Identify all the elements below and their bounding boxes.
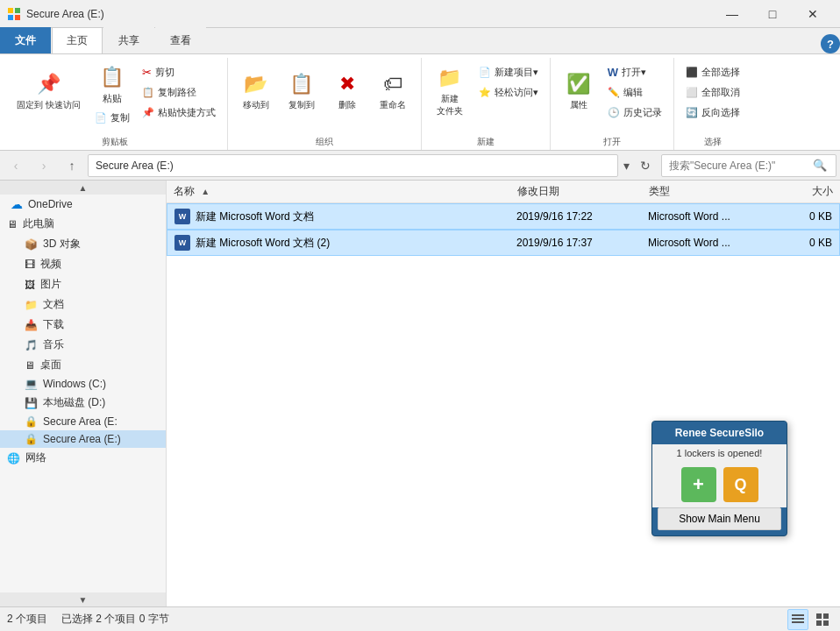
sidebar-item-local-d[interactable]: 💾 本地磁盘 (D:)	[0, 393, 166, 413]
svg-rect-6	[792, 621, 804, 623]
sidebar-item-network[interactable]: 🌐 网络	[0, 448, 166, 468]
open-content: ✅ 属性 W 打开▾ ✏️ 编辑 🕒 历史记录	[558, 58, 666, 134]
sidebar-item-music[interactable]: 🎵 音乐	[0, 335, 166, 355]
table-row[interactable]: W 新建 Microsoft Word 文档 (2) 2019/9/16 17:…	[167, 230, 840, 256]
properties-button[interactable]: ✅ 属性	[558, 61, 600, 123]
cloud-icon: ☁	[11, 197, 23, 211]
dropdown-icon[interactable]: ▾	[623, 159, 630, 173]
column-date[interactable]: 修改日期	[517, 184, 649, 199]
sidebar-item-label: Windows (C:)	[43, 378, 106, 390]
ribbon-tabs: 文件 主页 共享 查看 ?	[0, 28, 840, 54]
sidebar-scroll-up[interactable]: ▲	[0, 181, 166, 195]
sidebar: ▲ ☁ OneDrive 🖥 此电脑 📦 3D 对象 🎞 视频 🖼 图片 📁 文…	[0, 181, 167, 606]
search-icon: 🔍	[813, 159, 827, 172]
up-button[interactable]: ↑	[60, 153, 84, 178]
new-folder-button[interactable]: 📁 新建 文件夹	[429, 61, 471, 123]
folder-icon: 📥	[25, 319, 38, 331]
invert-selection-button[interactable]: 🔄 反向选择	[681, 103, 744, 122]
pin-button[interactable]: 📌 固定到 快速访问	[11, 61, 87, 123]
drive-icon: 💾	[25, 397, 38, 409]
network-icon: 🌐	[7, 452, 20, 464]
sidebar-item-downloads[interactable]: 📥 下载	[0, 315, 166, 335]
popup-search-button[interactable]: Q	[723, 467, 758, 502]
tab-home[interactable]: 主页	[52, 27, 103, 53]
sidebar-item-documents[interactable]: 📁 文档	[0, 294, 166, 315]
popup-add-button[interactable]: +	[681, 467, 716, 502]
table-row[interactable]: W 新建 Microsoft Word 文档 2019/9/16 17:22 M…	[167, 203, 840, 230]
column-name[interactable]: 名称 ▲	[174, 184, 517, 199]
select-all-button[interactable]: ⬛ 全部选择	[681, 63, 744, 82]
sidebar-item-video[interactable]: 🎞 视频	[0, 254, 166, 274]
pc-icon: 🖥	[7, 218, 18, 230]
folder-icon: 📦	[25, 238, 38, 251]
help-button[interactable]: ?	[821, 34, 840, 53]
clipboard-label: 剪贴板	[11, 134, 220, 150]
move-to-button[interactable]: 📂 移动到	[235, 61, 277, 123]
edit-button[interactable]: ✏️ 编辑	[603, 83, 666, 102]
new-group: 📁 新建 文件夹 📄 新建项目▾ ⭐ 轻松访问▾ 新建	[422, 58, 551, 150]
tab-share[interactable]: 共享	[103, 27, 154, 53]
column-size[interactable]: 大小	[763, 184, 833, 199]
close-button[interactable]: ✕	[793, 0, 833, 28]
organize-label: 组织	[235, 134, 414, 150]
drive-icon: 💻	[25, 378, 38, 390]
view-large-icon-button[interactable]	[812, 609, 833, 630]
sidebar-item-thispc[interactable]: 🖥 此电脑	[0, 214, 166, 234]
sidebar-item-secure-e-short[interactable]: 🔒 Secure Area (E:	[0, 413, 166, 430]
new-item-button[interactable]: 📄 新建项目▾	[474, 63, 543, 82]
copy-button[interactable]: 📄复制	[90, 109, 134, 127]
history-button[interactable]: 🕒 历史记录	[603, 103, 666, 122]
open-small-group: W 打开▾ ✏️ 编辑 🕒 历史记录	[603, 61, 666, 124]
popup-title: Renee SecureSilo	[652, 422, 787, 444]
sidebar-item-label: 网络	[25, 450, 46, 465]
forward-button[interactable]: ›	[32, 153, 56, 178]
sidebar-item-label: 桌面	[40, 358, 61, 372]
file-name: 新建 Microsoft Word 文档 (2)	[196, 236, 516, 251]
paste-button[interactable]: 📋 粘贴	[90, 63, 134, 107]
address-input[interactable]	[88, 154, 618, 177]
sidebar-item-3dobjects[interactable]: 📦 3D 对象	[0, 234, 166, 254]
open-button[interactable]: W 打开▾	[603, 63, 666, 82]
sidebar-item-pictures[interactable]: 🖼 图片	[0, 274, 166, 294]
file-type: Microsoft Word ...	[648, 237, 762, 249]
tab-file[interactable]: 文件	[0, 27, 51, 53]
copy-to-button[interactable]: 📋 复制到	[281, 61, 323, 123]
word-icon: W	[174, 235, 190, 251]
clipboard-small-btns: 📋 粘贴 📄复制	[90, 61, 134, 129]
sidebar-item-label: OneDrive	[28, 198, 73, 210]
minimize-button[interactable]: —	[712, 0, 752, 28]
rename-button[interactable]: 🏷 重命名	[372, 61, 414, 123]
search-box: 🔍	[661, 154, 836, 177]
deselect-all-button[interactable]: ⬜ 全部取消	[681, 83, 744, 102]
sidebar-item-desktop[interactable]: 🖥 桌面	[0, 355, 166, 375]
svg-rect-8	[823, 613, 829, 619]
sidebar-item-label: 图片	[40, 277, 61, 292]
back-button[interactable]: ‹	[4, 153, 28, 178]
cut-button[interactable]: ✂ 剪切	[138, 63, 220, 82]
sidebar-item-secure-e[interactable]: 🔒 Secure Area (E:)	[0, 430, 166, 448]
view-details-button[interactable]	[787, 609, 808, 630]
sidebar-item-windows-c[interactable]: 💻 Windows (C:)	[0, 375, 166, 393]
refresh-button[interactable]: ↻	[633, 153, 658, 178]
sidebar-item-label: 音乐	[43, 337, 64, 352]
search-input[interactable]	[669, 160, 809, 172]
sidebar-item-label: 3D 对象	[43, 237, 81, 252]
select-group: ⬛ 全部选择 ⬜ 全部取消 🔄 反向选择 选择	[674, 58, 751, 150]
tab-view[interactable]: 查看	[155, 27, 206, 53]
folder-icon: 🖥	[25, 359, 35, 372]
cut-group: ✂ 剪切 📋 复制路径 📌 粘贴快捷方式	[138, 61, 220, 124]
copy-path-button[interactable]: 📋 复制路径	[138, 83, 220, 102]
file-list-header: 名称 ▲ 修改日期 类型 大小	[167, 181, 840, 203]
file-type: Microsoft Word ...	[648, 210, 762, 223]
sidebar-scroll-down[interactable]: ▼	[0, 592, 166, 606]
column-type[interactable]: 类型	[649, 184, 763, 199]
paste-shortcut-button[interactable]: 📌 粘贴快捷方式	[138, 103, 220, 122]
maximize-button[interactable]: □	[752, 0, 793, 28]
window-icon	[7, 7, 21, 21]
svg-rect-0	[8, 8, 13, 13]
sidebar-item-label: 下载	[43, 317, 64, 332]
delete-button[interactable]: ✖ 删除	[326, 61, 368, 123]
easy-access-button[interactable]: ⭐ 轻松访问▾	[474, 83, 543, 102]
sidebar-item-onedrive[interactable]: ☁ OneDrive	[0, 195, 166, 214]
popup-menu-button[interactable]: Show Main Menu	[658, 507, 781, 530]
